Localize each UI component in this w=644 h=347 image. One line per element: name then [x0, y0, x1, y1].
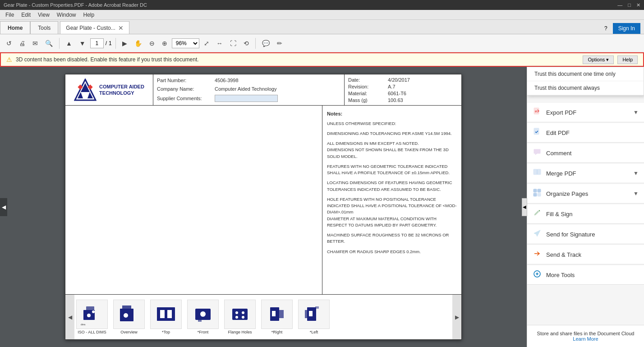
svg-point-12 [124, 313, 128, 318]
panel-item-send-track[interactable]: Send & Track [527, 245, 644, 264]
toolbar-print-button[interactable]: 🖨 [16, 38, 28, 49]
svg-rect-38 [538, 193, 541, 196]
mass-label: Mass (g) [348, 97, 384, 103]
scroll-left-arrow[interactable]: ◀ [0, 198, 7, 216]
pdf-drawing [65, 106, 322, 294]
svg-rect-37 [534, 193, 537, 196]
notification-help-button[interactable]: Help [617, 56, 638, 64]
menu-window[interactable]: Window [53, 11, 80, 19]
mass-value: 100.63 [388, 97, 403, 103]
thumb-item-iso[interactable]: dims ISO - ALL DIMS [76, 300, 108, 334]
panel-item-edit-pdf[interactable]: Edit PDF [527, 123, 644, 143]
send-track-label: Send & Track [546, 251, 639, 258]
thumb-item-top[interactable]: *Top [150, 300, 182, 334]
page-number-input[interactable] [90, 38, 104, 48]
panel-footer-link[interactable]: Learn More [573, 336, 598, 342]
svg-rect-34 [537, 169, 541, 175]
svg-rect-32 [534, 128, 539, 134]
thumb-nav-left[interactable]: ◀ [65, 295, 74, 339]
export-pdf-expand-icon: ▼ [633, 109, 639, 116]
pdf-header: COMPUTER AIDED TECHNOLOGY Part Number: 4… [65, 74, 462, 106]
menu-file[interactable]: File [2, 11, 18, 19]
comment-icon [533, 148, 542, 158]
menu-view[interactable]: View [34, 11, 53, 19]
toolbar: ↺ 🖨 ✉ 🔍 ▲ ▼ / 1 ▶ ✋ ⊖ ⊕ 96% 75% 100% 125… [0, 34, 644, 52]
merge-pdf-icon [533, 168, 542, 178]
sign-in-button[interactable]: Sign In [613, 23, 640, 34]
svg-rect-35 [534, 189, 537, 192]
date-value: 4/20/2017 [388, 77, 410, 83]
panel-item-export-pdf[interactable]: Export PDF ▼ [527, 103, 644, 122]
thumb-item-right[interactable]: *Right [261, 300, 293, 334]
panel-item-more-tools[interactable]: More Tools [527, 265, 644, 285]
minimize-button[interactable]: — [617, 2, 622, 8]
toolbar-back-button[interactable]: ↺ [4, 38, 14, 49]
toolbar-search-button[interactable]: 🔍 [42, 38, 55, 49]
notification-options-button[interactable]: Options ▾ [583, 56, 614, 64]
toolbar-next-page-button[interactable]: ▼ [77, 38, 88, 49]
toolbar-prev-page-button[interactable]: ▲ [63, 38, 75, 49]
thumb-svg-overview [118, 302, 140, 327]
toolbar-zoom-in-button[interactable]: ⊕ [159, 38, 170, 49]
main-layout: ◀ [0, 67, 644, 347]
close-button[interactable]: ✕ [636, 2, 640, 8]
panel-item-send-signature[interactable]: Send for Signature [527, 225, 644, 244]
notes-line4: FEATURES WITH NO GEOMETRIC TOLERANCE IND… [327, 163, 457, 176]
thumb-nav-right[interactable]: ▶ [452, 295, 461, 339]
thumb-item-left[interactable]: *Left [298, 300, 330, 334]
notification-right: Options ▾ Help [583, 56, 638, 64]
revision-label: Revision: [348, 84, 384, 89]
material-label: Material: [348, 91, 384, 96]
window-controls[interactable]: — □ ✕ [617, 2, 640, 8]
toolbar-fit-width-button[interactable]: ↔ [214, 38, 225, 49]
company-name-row: Company Name: Computer Aided Technology [157, 86, 340, 92]
toolbar-zoom-out-button[interactable]: ⊖ [147, 38, 157, 49]
organize-pages-label: Organize Pages [546, 190, 629, 197]
fill-sign-icon [533, 209, 542, 219]
zoom-select[interactable]: 96% 75% 100% 125% 150% [172, 38, 199, 48]
tab-tools[interactable]: Tools [30, 21, 58, 34]
thumb-label-front: *Front [198, 330, 209, 334]
thumb-svg-right [266, 302, 288, 327]
title-bar: Gear Plate - Custom Properties.PDF - Ado… [0, 0, 644, 10]
help-icon[interactable]: ? [604, 25, 607, 32]
page-nav: / 1 [90, 38, 112, 48]
maximize-button[interactable]: □ [628, 2, 631, 8]
thumb-item-overview[interactable]: Overview [113, 300, 145, 334]
toolbar-rotate-button[interactable]: ⟲ [241, 38, 252, 49]
organize-pages-expand-icon: ▼ [633, 190, 639, 197]
dropdown-item-trust-once[interactable]: Trust this document one time only [527, 67, 644, 81]
thumb-item-front[interactable]: *Front [187, 300, 219, 334]
export-pdf-label: Export PDF [546, 109, 629, 116]
svg-rect-36 [538, 189, 541, 192]
toolbar-full-screen-button[interactable]: ⛶ [227, 38, 239, 49]
menu-edit[interactable]: Edit [18, 11, 34, 19]
tab-document[interactable]: Gear Plate - Custo... ✕ [60, 21, 129, 34]
notes-line3: ALL DIMENSIONS IN MM EXCEPT AS NOTED.DIM… [327, 140, 457, 160]
tab-home[interactable]: Home [0, 21, 30, 34]
thumb-label-flange: Flange Holes [228, 330, 252, 334]
panel-item-fill-sign[interactable]: Fill & Sign [527, 204, 644, 224]
menu-help[interactable]: Help [80, 11, 98, 19]
toolbar-hand-button[interactable]: ✋ [132, 38, 145, 49]
panel-collapse-button[interactable]: ◀ [522, 198, 527, 216]
export-pdf-icon [533, 107, 542, 117]
tab-close-button[interactable]: ✕ [118, 24, 124, 32]
panel-item-merge-pdf[interactable]: Merge PDF ▼ [527, 164, 644, 183]
supplier-comments-input[interactable] [215, 95, 278, 102]
pdf-thumbnails: ◀ dims ISO - ALL [65, 295, 462, 340]
toolbar-envelope-button[interactable]: ✉ [30, 38, 41, 49]
toolbar-pen-button[interactable]: ✏ [274, 38, 285, 49]
toolbar-fit-page-button[interactable]: ⤢ [201, 38, 212, 49]
toolbar-cursor-button[interactable]: ▶ [120, 38, 130, 49]
menu-bar: File Edit View Window Help [0, 10, 644, 20]
thumb-item-flange[interactable]: Flange Holes [224, 300, 256, 334]
panel-item-organize-pages[interactable]: Organize Pages ▼ [527, 184, 644, 204]
notification-icon: ⚠ [6, 56, 12, 63]
dropdown-item-trust-always[interactable]: Trust this document always [527, 81, 644, 95]
toolbar-comment-button[interactable]: 💬 [259, 38, 272, 49]
more-tools-icon [533, 270, 542, 280]
svg-rect-13 [157, 307, 175, 321]
panel-item-comment[interactable]: Comment [527, 143, 644, 163]
organize-pages-icon [533, 189, 542, 199]
